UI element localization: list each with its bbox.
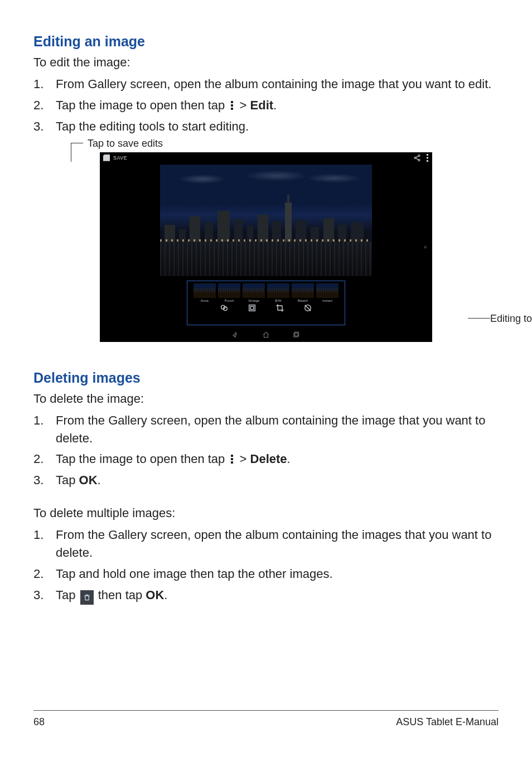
step-tail: . xyxy=(98,473,101,487)
filter-strip: None Punch Vintage B/W Bleach Instant xyxy=(187,281,345,302)
step-text: Tap the image to open then tap > Edit. xyxy=(56,97,499,114)
overflow-menu-icon[interactable] xyxy=(427,154,429,162)
step-1: 1. From the Gallery screen, open the alb… xyxy=(33,412,499,447)
step-tail: . xyxy=(287,452,291,466)
step-2: 2. Tap and hold one image then tap the o… xyxy=(33,565,499,583)
editing-tools-panel: None Punch Vintage B/W Bleach Instant xyxy=(187,281,345,325)
step-pre: Tap the image to open then tap xyxy=(56,452,228,466)
svg-rect-5 xyxy=(427,160,428,162)
svg-rect-4 xyxy=(427,157,428,158)
overflow-menu-icon xyxy=(229,454,235,464)
step-bold: Edit xyxy=(250,98,274,112)
adjust-icon[interactable] xyxy=(303,303,312,312)
filter-thumb[interactable]: Bleach xyxy=(292,283,314,302)
intro-editing: To edit the image: xyxy=(33,55,499,70)
step-3: 3. Tap then tap OK. xyxy=(33,586,499,605)
step-num: 1. xyxy=(33,75,46,93)
effects-icon[interactable] xyxy=(220,303,229,312)
heading-deleting: Deleting images xyxy=(33,370,499,386)
device-screenshot: SAVE None xyxy=(100,152,432,342)
photo-preview[interactable] xyxy=(160,165,372,276)
sd-card-icon xyxy=(103,155,110,161)
camera-dot xyxy=(424,245,427,248)
filter-label: Bleach xyxy=(292,299,314,302)
home-icon[interactable] xyxy=(262,331,270,339)
filter-thumb[interactable]: None xyxy=(194,283,216,302)
step-num: 2. xyxy=(33,565,46,583)
save-button[interactable]: SAVE xyxy=(113,155,127,161)
device-topbar: SAVE xyxy=(100,152,432,163)
figure: Tap to save edits Editing tools SAVE xyxy=(54,152,478,342)
step-text: Tap OK. xyxy=(56,471,499,489)
step-mid: then tap xyxy=(95,588,146,602)
step-text: From the Gallery screen, open the album … xyxy=(56,526,499,562)
frame-icon[interactable] xyxy=(248,303,257,312)
step-bold: OK xyxy=(79,473,98,487)
callout-tools-label: Editing tools xyxy=(490,313,532,324)
filter-thumb[interactable]: Punch xyxy=(218,283,240,302)
svg-rect-8 xyxy=(249,305,255,311)
step-num: 2. xyxy=(33,450,46,468)
trash-icon xyxy=(80,590,94,605)
callout-tools: Editing tools xyxy=(490,313,532,325)
callout-save-label: Tap to save edits xyxy=(88,138,163,150)
step-1: 1. From the Gallery screen, open the alb… xyxy=(33,526,499,562)
step-num: 3. xyxy=(33,586,46,605)
svg-rect-9 xyxy=(250,306,253,309)
step-2: 2. Tap the image to open then tap > Edit… xyxy=(33,97,499,114)
step-num: 1. xyxy=(33,526,46,562)
step-pre: Tap the image to open then tap xyxy=(56,98,228,112)
step-2: 2. Tap the image to open then tap > Dele… xyxy=(33,450,499,468)
step-pre: Tap xyxy=(56,473,79,487)
filter-label: Punch xyxy=(218,299,240,302)
share-icon[interactable] xyxy=(413,154,421,162)
intro-deleting-multi: To delete multiple images: xyxy=(33,506,499,520)
step-num: 2. xyxy=(33,97,46,114)
step-1: 1. From Gallery screen, open the album c… xyxy=(33,75,499,93)
step-num: 3. xyxy=(33,471,46,489)
intro-deleting: To delete the image: xyxy=(33,392,499,406)
svg-rect-3 xyxy=(427,154,428,156)
step-text: From Gallery screen, open the album cont… xyxy=(56,75,499,93)
step-text: Tap the image to open then tap > Delete. xyxy=(56,450,499,468)
overflow-menu-icon xyxy=(229,100,235,110)
svg-rect-11 xyxy=(294,333,298,337)
crop-icon[interactable] xyxy=(275,303,284,312)
step-tail: . xyxy=(273,98,277,112)
steps-editing: 1. From Gallery screen, open the album c… xyxy=(33,75,499,136)
steps-deleting-single: 1. From the Gallery screen, open the alb… xyxy=(33,412,499,490)
step-tail: . xyxy=(164,588,167,602)
heading-editing: Editing an image xyxy=(33,33,499,50)
step-3: 3. Tap the editing tools to start editin… xyxy=(33,118,499,136)
page-footer: 68 ASUS Tablet E-Manual xyxy=(33,710,499,728)
step-text: Tap then tap OK. xyxy=(56,586,499,605)
recent-apps-icon[interactable] xyxy=(292,331,300,339)
filter-label: Vintage xyxy=(243,299,265,302)
steps-deleting-multi: 1. From the Gallery screen, open the alb… xyxy=(33,526,499,605)
step-post: > xyxy=(240,98,250,112)
filter-thumb[interactable]: B/W xyxy=(267,283,289,302)
step-text: From the Gallery screen, open the album … xyxy=(56,412,499,447)
step-bold: OK xyxy=(146,588,164,602)
step-num: 1. xyxy=(33,412,46,447)
step-text: Tap the editing tools to start editing. xyxy=(56,118,499,136)
back-icon[interactable] xyxy=(232,331,240,339)
step-bold: Delete xyxy=(250,452,287,466)
filter-label: Instant xyxy=(316,299,338,302)
step-text: Tap and hold one image then tap the othe… xyxy=(56,565,499,583)
footer-label: ASUS Tablet E-Manual xyxy=(396,716,499,728)
step-pre: Tap xyxy=(56,588,79,602)
filter-thumb[interactable]: Vintage xyxy=(243,283,265,302)
filter-thumb[interactable]: Instant xyxy=(316,283,338,302)
filter-label: B/W xyxy=(267,299,289,302)
step-num: 3. xyxy=(33,118,46,136)
nav-bar xyxy=(100,331,432,339)
step-post: > xyxy=(240,452,250,466)
tool-row xyxy=(187,302,345,315)
filter-label: None xyxy=(194,299,216,302)
step-3: 3. Tap OK. xyxy=(33,471,499,489)
svg-rect-12 xyxy=(295,332,299,336)
page-number: 68 xyxy=(33,716,45,728)
